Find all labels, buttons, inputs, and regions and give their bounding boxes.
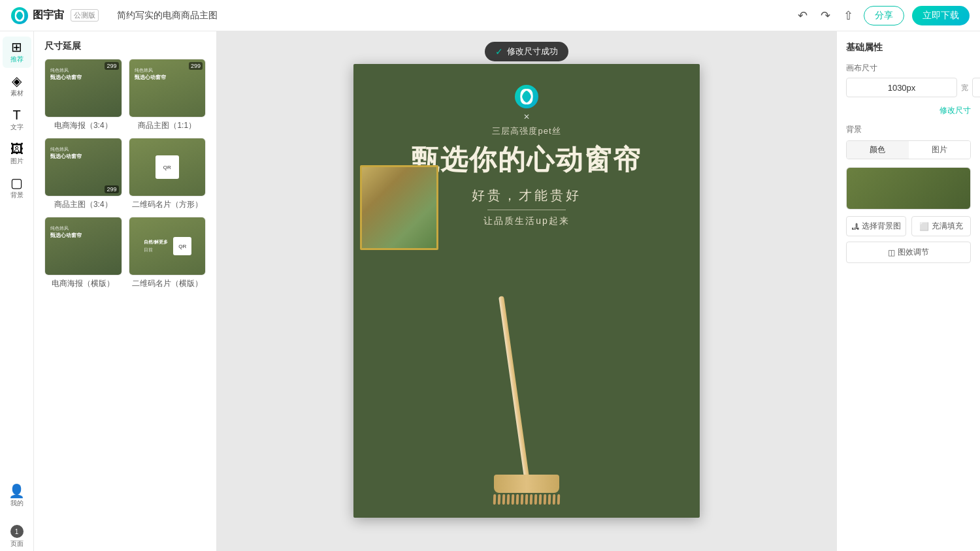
sidebar-label-image: 图片 [10,157,24,166]
sidebar-item-element[interactable]: ◈ 素材 [3,71,31,102]
template-ecommerce-34[interactable]: 纯色韩风 甄选心动窗帘 299 电商海报（3:4） [44,59,122,131]
sidebar-item-text[interactable]: T 文字 [3,104,31,136]
sidebar-label-text: 文字 [10,123,24,132]
template-thumb-6[interactable]: 自然/解更多 目前 QR [129,217,206,276]
undo-button[interactable]: ↶ [795,6,810,25]
template-thumb-3[interactable]: 纯色韩风 甄选心动窗帘 299 [44,138,122,197]
template-product-34[interactable]: 纯色韩风 甄选心动窗帘 299 商品主图（3:4） [44,138,122,210]
canvas-width-input[interactable] [846,78,957,97]
frame-adjust-button[interactable]: ◫ 图效调节 [846,242,971,263]
sidebar-item-recommend[interactable]: ⊞ 推荐 [3,37,31,68]
modify-size-button[interactable]: 修改尺寸 [939,105,971,116]
template-thumb-5[interactable]: 纯色韩风 甄选心动窗帘 [44,217,122,276]
redo-button[interactable]: ↷ [818,6,833,25]
text-icon: T [12,108,20,121]
right-panel: 基础属性 画布尺寸 宽 高 修改尺寸 背景 颜色 图片 🏞 选择背景图 ⬜ 充满… [836,31,980,551]
canvas-desc1[interactable]: 好贵，才能贵好 [472,187,581,204]
sidebar-item-profile[interactable]: 👤 我的 [3,480,31,512]
canvas-area[interactable]: ✓ 修改尺寸成功 [217,31,836,551]
sidebar-icons: ⊞ 推荐 ◈ 素材 T 文字 🖼 图片 ▢ 背景 👤 我的 1 页面 [0,31,34,551]
fill-mode-label: 充满填充 [932,221,963,232]
broom-handle [498,296,529,477]
bg-action-row: 🏞 选择背景图 ⬜ 充满填充 [846,216,971,236]
width-unit-label: 宽 [961,83,968,93]
canvas-desc2[interactable]: 让品质生活up起来 [483,215,570,227]
beta-badge: 公测版 [71,9,99,22]
topbar: 图宇宙 公测版 简约写实的电商商品主图 ↶ ↷ ⇧ 分享 立即下载 [0,0,980,31]
sidebar-label-element: 素材 [10,89,24,98]
landscape-icon: 🏞 [851,222,859,231]
template-qrcode-h[interactable]: 自然/解更多 目前 QR 二维码名片（横版） [129,217,206,289]
brand-logo-icon [514,84,540,110]
canvas-main-title[interactable]: 甄选你的心动窗帘 [412,144,642,176]
profile-icon: 👤 [8,484,25,497]
sidebar-item-image[interactable]: 🖼 图片 [3,138,31,170]
page-number: 1 [10,525,24,538]
canvas-painting[interactable] [360,165,438,250]
canvas-broom[interactable] [493,294,560,505]
fill-icon: ⬜ [919,222,929,231]
svg-point-0 [11,7,28,24]
canvas-top-section: ✕ 三层高强度pet丝 [492,84,561,137]
broom-bristles [493,494,560,505]
template-label-1: 电商海报（3:4） [44,120,122,131]
frame-adjust-label: 图效调节 [898,247,929,258]
logo-icon [10,7,29,25]
canvas-size-row: 宽 高 [846,78,971,97]
canvas-subtitle: 三层高强度pet丝 [492,125,561,137]
qr-placeholder: QR [155,155,179,179]
sidebar-label-background: 背景 [10,191,24,200]
share-button[interactable]: 分享 [864,6,904,25]
painting-image [362,167,436,248]
sidebar-label-profile: 我的 [10,499,24,508]
app-name: 图宇宙 [33,8,64,22]
template-label-4: 二维码名片（方形） [129,199,206,210]
upload-button[interactable]: ⇧ [841,6,856,25]
select-bg-label: 选择背景图 [862,221,901,232]
template-qrcode-square[interactable]: QR 二维码名片（方形） [129,138,206,210]
recommend-icon: ⊞ [11,40,22,54]
fill-mode-button[interactable]: ⬜ 充满填充 [911,216,972,236]
page-indicator: 1 页面 [10,520,24,551]
bg-color-preview[interactable] [846,167,971,210]
page-label: 页面 [10,539,24,548]
template-label-5: 电商海报（横版） [44,278,122,289]
document-title: 简约写实的电商商品主图 [117,10,795,22]
background-icon: ▢ [10,176,23,189]
canvas-size-label: 画布尺寸 [846,63,971,74]
bg-tab-color[interactable]: 颜色 [847,141,909,159]
template-grid: 纯色韩风 甄选心动窗帘 299 电商海报（3:4） 纯色韩风 甄选心动窗帘 [34,59,216,300]
bg-section-label: 背景 [846,124,971,135]
bg-tabs: 颜色 图片 [846,140,971,159]
template-label-6: 二维码名片（横版） [129,278,206,289]
template-ecommerce-h[interactable]: 纯色韩风 甄选心动窗帘 电商海报（横版） [44,217,122,289]
template-product-11[interactable]: 纯色韩风 甄选心动窗帘 299 商品主图（1:1） [129,59,206,131]
panel-header: 尺寸延展 [34,31,216,59]
select-bg-button[interactable]: 🏞 选择背景图 [846,216,906,236]
canvas-height-input[interactable] [972,78,980,97]
template-thumb-4[interactable]: QR [129,138,206,197]
right-panel-title: 基础属性 [846,42,971,54]
canvas-divider [487,210,566,210]
main-layout: ⊞ 推荐 ◈ 素材 T 文字 🖼 图片 ▢ 背景 👤 我的 1 页面 尺寸延展 [0,31,980,551]
check-icon: ✓ [495,46,503,57]
left-panel: 尺寸延展 纯色韩风 甄选心动窗帘 299 电商海报（3:4） [34,31,217,551]
template-thumb-2[interactable]: 纯色韩风 甄选心动窗帘 299 [129,59,206,118]
topbar-actions: ↶ ↷ ⇧ 分享 立即下载 [795,6,970,25]
frame-icon: ◫ [888,248,895,257]
download-button[interactable]: 立即下载 [912,6,970,25]
sidebar-item-background[interactable]: ▢ 背景 [3,172,31,204]
svg-point-3 [515,85,538,108]
toast-text: 修改尺寸成功 [507,46,558,57]
bg-tab-image[interactable]: 图片 [909,141,971,159]
template-label-3: 商品主图（3:4） [44,199,122,210]
success-toast: ✓ 修改尺寸成功 [485,42,568,61]
canvas-close-btn[interactable]: ✕ [523,112,530,121]
element-icon: ◈ [12,74,22,87]
image-icon: 🖼 [10,142,24,155]
canvas-wrapper[interactable]: ✕ 三层高强度pet丝 甄选你的心动窗帘 好贵，才能贵好 让品质生活up起来 [353,64,700,518]
logo: 图宇宙 公测版 [10,7,99,25]
template-label-2: 商品主图（1:1） [129,120,206,131]
sidebar-label-recommend: 推荐 [10,55,24,64]
template-thumb-1[interactable]: 纯色韩风 甄选心动窗帘 299 [44,59,122,118]
